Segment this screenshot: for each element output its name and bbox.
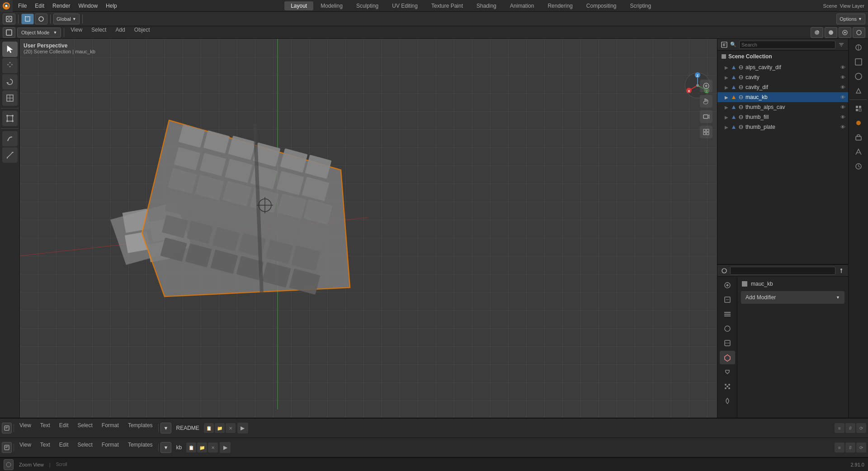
props-modifier-btn[interactable] (720, 365, 735, 379)
props-search-input[interactable] (730, 267, 835, 275)
overlay-btn[interactable] (851, 41, 866, 54)
props-physics-btn[interactable] (720, 394, 735, 408)
tab-shading[interactable]: Shading (470, 1, 503, 10)
bp2-run-btn[interactable]: ▶ (220, 442, 231, 453)
visibility-icon4[interactable]: 👁 (840, 94, 845, 100)
collection-item-cavity[interactable]: ▶ cavity 👁 (717, 72, 848, 82)
viewport-shading-btn[interactable] (811, 27, 823, 38)
status-editor-btn[interactable] (4, 459, 14, 470)
viewport-solid-btn[interactable] (825, 27, 837, 38)
menu-edit[interactable]: Edit (31, 2, 48, 10)
props-render-btn[interactable] (720, 278, 735, 292)
prop-btn8[interactable] (851, 145, 866, 159)
viewport-render-btn[interactable] (853, 27, 865, 38)
bp1-select-btn[interactable]: Select (74, 422, 96, 434)
prop-btn4[interactable] (851, 84, 866, 98)
menu-render[interactable]: Render (49, 2, 74, 10)
bp1-text-btn[interactable]: Text (37, 422, 54, 434)
prop-btn6[interactable] (851, 116, 866, 130)
bp1-templates-btn[interactable]: Templates (124, 422, 156, 434)
collection-item-thumb-plate[interactable]: ▶ thumb_plate 👁 (717, 122, 848, 132)
pin-icon[interactable] (838, 268, 844, 274)
tool-measure-btn[interactable] (2, 147, 18, 163)
tab-texture-paint[interactable]: Texture Paint (425, 1, 469, 10)
props-output-btn[interactable] (720, 293, 735, 306)
bp1-dropdown[interactable]: ▼ (160, 423, 172, 433)
camera-view-btn[interactable] (700, 110, 712, 123)
bp2-open-btn[interactable]: 📁 (197, 443, 207, 452)
bp1-format-btn[interactable]: Format (98, 422, 123, 434)
bp1-sync-btn[interactable]: ⟳ (856, 423, 866, 433)
tab-rendering[interactable]: Rendering (541, 1, 579, 10)
tab-sculpting[interactable]: Sculpting (350, 1, 385, 10)
viewport-add-menu[interactable]: Add (112, 27, 128, 38)
bp2-wrap-btn[interactable]: ≡ (835, 443, 844, 452)
bp2-text-btn[interactable]: Text (37, 442, 54, 453)
props-scene-btn[interactable] (720, 322, 735, 335)
bp1-editor-type[interactable] (2, 423, 12, 433)
bp2-templates-btn[interactable]: Templates (124, 442, 156, 453)
viewport-select-menu[interactable]: Select (88, 27, 110, 38)
hand-tool-btn[interactable] (700, 95, 712, 108)
filter-icon[interactable] (838, 42, 844, 48)
bp2-view-btn[interactable]: View (16, 442, 35, 453)
visibility-icon3[interactable]: 👁 (840, 85, 845, 90)
editor-type-btn[interactable] (3, 14, 15, 24)
bp2-new-btn[interactable]: 📋 (186, 443, 196, 452)
prop-btn9[interactable] (851, 160, 866, 173)
visibility-icon2[interactable]: 👁 (840, 75, 845, 80)
bp2-edit-btn[interactable]: Edit (56, 442, 72, 453)
prop-btn7[interactable] (851, 131, 866, 144)
object-mode-dropdown[interactable]: Object Mode ▼ (17, 28, 61, 38)
viewport-type-btn[interactable] (3, 27, 15, 38)
props-object-btn[interactable] (720, 351, 735, 364)
tab-animation[interactable]: Animation (504, 1, 540, 10)
prop-btn2[interactable] (851, 55, 866, 69)
viewport-object-menu[interactable]: Object (131, 27, 154, 38)
visibility-icon5[interactable]: 👁 (840, 104, 845, 110)
tool-scale-btn[interactable] (2, 90, 18, 106)
bp2-num-btn[interactable]: # (845, 443, 855, 452)
collection-item-thumb-alps-cav[interactable]: ▶ thumb_alps_cav 👁 (717, 102, 848, 112)
select-box-btn[interactable] (21, 14, 34, 24)
outliner-search-input[interactable] (739, 41, 835, 49)
tool-rotate-btn[interactable] (2, 74, 18, 89)
viewport-material-btn[interactable] (839, 27, 851, 38)
collection-item-mauc-kb[interactable]: ▶ mauc_kb 👁 (717, 92, 848, 102)
tool-move-btn[interactable] (2, 58, 18, 73)
menu-window[interactable]: Window (75, 2, 101, 10)
collection-item-thumb-fill[interactable]: ▶ thumb_fill 👁 (717, 112, 848, 122)
bp2-sync-btn[interactable]: ⟳ (856, 443, 866, 452)
bp1-view-btn[interactable]: View (16, 422, 35, 434)
tab-modeling[interactable]: Modeling (314, 1, 349, 10)
tool-annotate-btn[interactable] (2, 131, 18, 146)
bp2-editor-type[interactable] (2, 442, 12, 453)
menu-file[interactable]: File (14, 2, 30, 10)
bp1-run-btn[interactable]: ▶ (237, 423, 248, 433)
collection-item-alps-cavity-dif[interactable]: ▶ alps_cavity_dif 👁 (717, 62, 848, 72)
menu-help[interactable]: Help (102, 2, 121, 10)
bp1-new-btn[interactable]: 📋 (204, 423, 214, 433)
bp2-format-btn[interactable]: Format (98, 442, 123, 453)
bp1-close-btn[interactable]: ✕ (226, 423, 236, 433)
collection-item-cavity-dif[interactable]: ▶ cavity_dif 👁 (717, 82, 848, 92)
bp1-open-btn[interactable]: 📁 (215, 423, 225, 433)
grid-view-btn[interactable] (700, 126, 712, 138)
visibility-icon6[interactable]: 👁 (840, 114, 845, 120)
visibility-icon[interactable]: 👁 (840, 65, 845, 70)
tab-scripting[interactable]: Scripting (624, 1, 658, 10)
outliner-search[interactable]: 🔍 (730, 42, 736, 47)
bp1-edit-btn[interactable]: Edit (56, 422, 72, 434)
props-particles-btn[interactable] (720, 380, 735, 393)
zoom-in-btn[interactable] (700, 80, 712, 92)
tool-transform-btn[interactable] (2, 111, 18, 126)
options-btn[interactable]: Options ▼ (836, 14, 865, 24)
bp1-num-btn[interactable]: # (845, 423, 855, 433)
bp2-dropdown[interactable]: ▼ (160, 442, 172, 453)
bp1-wrap-btn[interactable]: ≡ (835, 423, 844, 433)
visibility-icon7[interactable]: 👁 (840, 124, 845, 130)
props-view-layer-btn[interactable] (720, 307, 735, 321)
viewport-view-menu[interactable]: View (67, 27, 86, 38)
tool-select-btn[interactable] (2, 42, 18, 57)
viewport-3d[interactable]: User Perspective (20) Scene Collection |… (20, 39, 717, 418)
